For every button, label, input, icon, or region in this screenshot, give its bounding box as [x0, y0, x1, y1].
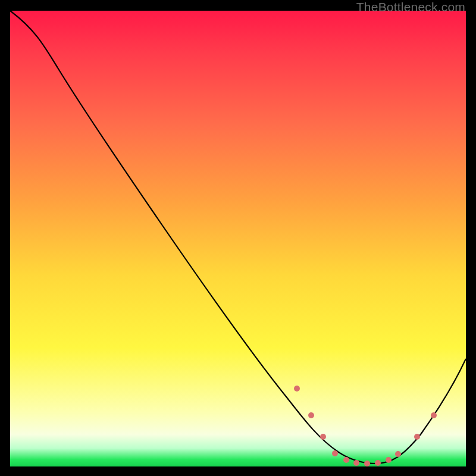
marker-dot-group [294, 386, 437, 466]
chart-svg [10, 11, 466, 466]
marker-dot [431, 412, 437, 418]
bottleneck-curve-path [10, 11, 466, 464]
marker-dot [294, 386, 300, 392]
marker-dot [414, 434, 420, 440]
watermark-text: TheBottleneck.com [356, 0, 465, 14]
marker-dot [375, 460, 381, 466]
marker-dot [353, 460, 359, 466]
marker-dot [395, 451, 401, 457]
marker-dot [320, 434, 326, 440]
marker-dot [386, 457, 392, 463]
marker-dot [308, 412, 314, 418]
chart-frame: TheBottleneck.com [0, 0, 476, 476]
plot-area [10, 11, 466, 466]
marker-dot [332, 450, 338, 456]
marker-dot [343, 457, 349, 463]
marker-dot [364, 461, 370, 466]
